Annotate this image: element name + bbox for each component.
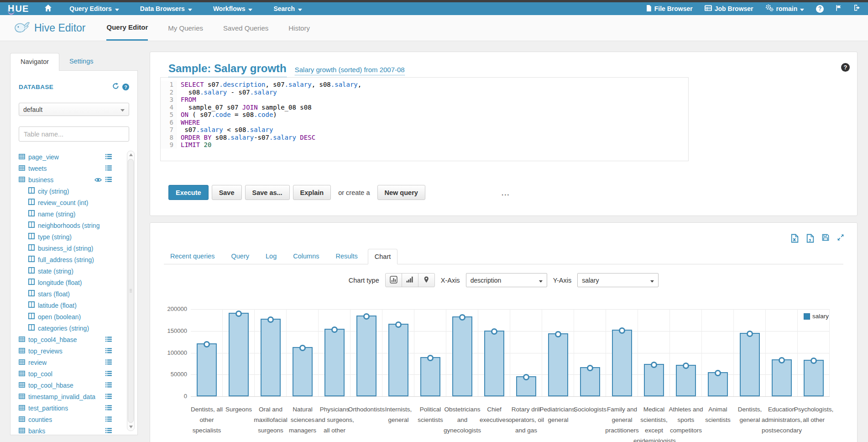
column-row-open-boolean[interactable]: open (boolean) [19, 311, 129, 322]
app-brand[interactable]: Hive Editor [14, 15, 85, 41]
preview-eye-icon[interactable] [94, 176, 102, 184]
database-select[interactable]: default [19, 103, 129, 116]
results-tab-recent-queries[interactable]: Recent queries [164, 249, 221, 264]
bar-animal-scientists[interactable] [708, 372, 728, 396]
column-row-type-string[interactable]: type (string) [19, 231, 129, 242]
column-row-name-string[interactable]: name (string) [19, 208, 129, 220]
table-row-counties[interactable]: counties [19, 414, 129, 425]
column-row-latitude-float[interactable]: latitude (float) [19, 300, 129, 311]
column-row-longitude-float[interactable]: longitude (float) [19, 277, 129, 288]
results-tab-columns[interactable]: Columns [287, 249, 325, 264]
x-axis-select[interactable]: description [466, 273, 547, 287]
sql-editor[interactable]: 123456789 SELECT s07.description, s07.sa… [160, 77, 689, 161]
browse-data-icon[interactable] [105, 416, 112, 423]
save-as-button[interactable]: Save as... [245, 185, 290, 200]
bar-dentists-general[interactable] [740, 333, 760, 396]
column-row-state-string[interactable]: state (string) [19, 265, 129, 277]
nav-query-editors[interactable]: Query Editors [69, 5, 119, 12]
browse-data-icon[interactable] [105, 427, 112, 435]
job-browser-link[interactable]: Job Browser [705, 5, 753, 13]
table-row-top-cool[interactable]: top_cool [19, 368, 129, 379]
browse-data-icon[interactable] [105, 176, 112, 184]
sidebar-scrollbar[interactable] [127, 151, 135, 431]
column-row-business-id-string[interactable]: business_id (string) [19, 242, 129, 254]
export-excel-icon[interactable] [791, 234, 799, 243]
bar-family-and-general-practitioners[interactable] [612, 330, 632, 396]
new-query-button[interactable]: New query [377, 185, 425, 200]
browse-data-icon[interactable] [105, 405, 112, 412]
browse-data-icon[interactable] [105, 336, 112, 343]
scrollbar-thumb[interactable] [128, 159, 134, 423]
refresh-icon[interactable] [112, 83, 119, 91]
column-row-full-address-string[interactable]: full_address (string) [19, 254, 129, 265]
expand-results-icon[interactable] [837, 234, 844, 243]
map-chart-button[interactable] [418, 273, 435, 287]
tab-settings[interactable]: Settings [59, 53, 103, 71]
column-row-neighborhoods-string[interactable]: neighborhoods (string [19, 220, 129, 231]
bar-natural-sciences-managers[interactable] [293, 347, 313, 396]
column-row-review-count-int[interactable]: review_count (int) [19, 197, 129, 208]
query-help-icon[interactable]: ? [841, 63, 850, 72]
bar-obstetricians-and-gynecologists[interactable] [452, 316, 472, 396]
browse-data-icon[interactable] [105, 382, 112, 389]
bar-athletes-and-sports-competitors[interactable] [676, 365, 696, 396]
home-icon[interactable] [44, 4, 52, 14]
bar-education-administrators-postsecondary[interactable] [772, 359, 792, 396]
bar-chief-executives[interactable] [484, 331, 504, 396]
execute-button[interactable]: Execute [168, 185, 209, 200]
table-row-test-partitions[interactable]: test_partitions [19, 402, 129, 414]
column-row-city-string[interactable]: city (string) [19, 185, 129, 197]
results-tab-results[interactable]: Results [329, 249, 364, 264]
nav-search[interactable]: Search [273, 5, 302, 12]
column-row-categories-string[interactable]: categories (string) [19, 322, 129, 334]
browse-data-icon[interactable] [105, 153, 112, 161]
tab-query-editor[interactable]: Query Editor [106, 15, 148, 41]
bar-medical-scientists-except-epidemiologists[interactable] [644, 364, 664, 396]
save-button[interactable]: Save [212, 185, 242, 200]
file-browser-link[interactable]: File Browser [646, 5, 693, 13]
table-row-top-cool-hbase[interactable]: top_cool_hbase [19, 379, 129, 391]
table-row-banks[interactable]: banks [19, 425, 129, 437]
bar-sociologists[interactable] [580, 367, 600, 396]
bar-dentists-all-other-specialists[interactable] [197, 343, 217, 396]
table-row-top-reviews[interactable]: top_reviews [19, 345, 129, 357]
export-csv-icon[interactable] [806, 234, 814, 243]
query-title[interactable]: Sample: Salary growth [168, 62, 287, 77]
browse-data-icon[interactable] [105, 347, 112, 355]
results-tab-query[interactable]: Query [225, 249, 256, 264]
browse-data-icon[interactable] [105, 370, 112, 378]
table-row-top-cool4-hbase[interactable]: top_cool4_hbase [19, 334, 129, 345]
bar-oral-and-maxillofacial-surgeons[interactable] [261, 319, 281, 396]
bar-orthodontists[interactable] [356, 316, 376, 396]
database-help-icon[interactable]: ? [122, 84, 129, 90]
bar-rotary-drill-operators-oil-and-gas[interactable] [516, 376, 536, 396]
bar-pediatricians-general[interactable] [548, 333, 568, 396]
bar-political-scientists[interactable] [420, 357, 440, 396]
tab-saved-queries[interactable]: Saved Queries [223, 15, 268, 41]
tab-history[interactable]: History [288, 15, 310, 41]
results-tab-chart[interactable]: Chart [368, 249, 397, 264]
tab-my-queries[interactable]: My Queries [168, 15, 203, 41]
bar-surgeons[interactable] [229, 313, 249, 396]
table-row-page-view[interactable]: page_view [19, 151, 129, 163]
table-row-timestamp-invalid-data[interactable]: timestamp_invalid_data [19, 391, 129, 402]
y-axis-select[interactable]: salary [577, 273, 659, 287]
line-chart-button[interactable] [402, 273, 418, 287]
sql-code[interactable]: SELECT s07.description, s07.salary, s08.… [177, 81, 361, 149]
logout-button[interactable] [853, 4, 861, 13]
help-button[interactable]: ? [816, 5, 824, 13]
results-tab-log[interactable]: Log [259, 249, 283, 264]
bar-chart-button[interactable] [385, 273, 402, 287]
table-row-business[interactable]: business [19, 174, 129, 185]
save-results-icon[interactable] [822, 234, 829, 243]
scroll-down-arrow[interactable] [127, 423, 134, 431]
user-menu[interactable]: romain [765, 4, 805, 13]
expand-editor-ellipsis[interactable]: ... [502, 189, 510, 197]
explain-button[interactable]: Explain [293, 185, 331, 200]
tab-navigator[interactable]: Navigator [10, 53, 59, 71]
feedback-button[interactable] [836, 5, 842, 13]
table-row-tweets[interactable]: tweets [19, 163, 129, 174]
nav-workflows[interactable]: Workflows [213, 5, 253, 12]
bar-physicians-and-surgeons-all-other[interactable] [324, 329, 345, 396]
chart-legend[interactable]: salary [804, 313, 829, 320]
